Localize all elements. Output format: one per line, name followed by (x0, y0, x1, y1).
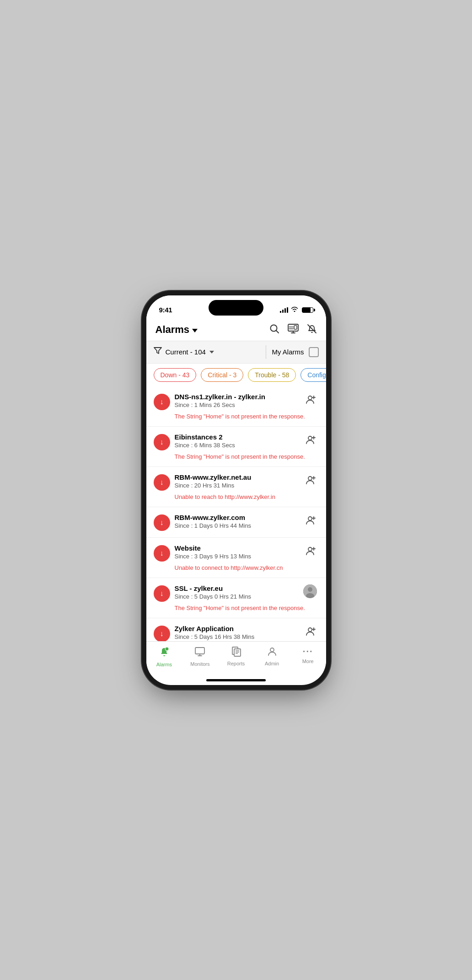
alarm-item[interactable]: ↓ RBM-www.zylker.net.au Since : 20 Hrs 3… (146, 467, 326, 507)
monitors-nav-label: Monitors (190, 661, 209, 667)
assigned-user-avatar[interactable] (303, 584, 317, 598)
alarm-since: Since : 1 Days 0 Hrs 44 Mins (175, 522, 299, 529)
alarm-since: Since : 3 Days 9 Hrs 13 Mins (175, 553, 299, 560)
tags-bar: Down - 43 Critical - 3 Trouble - 58 Conf… (146, 364, 326, 386)
alarm-name: RBM-www.zylker.com (175, 514, 299, 521)
down-indicator-icon: ↓ (154, 434, 170, 450)
signal-bars-icon (280, 307, 288, 313)
alarm-item[interactable]: ↓ RBM-www.zylker.com Since : 1 Days 0 Hr… (146, 507, 326, 538)
more-nav-label: More (302, 659, 314, 664)
svg-point-27 (308, 628, 312, 632)
app-header: Alarms (146, 318, 326, 341)
svg-rect-31 (195, 648, 204, 654)
alarm-list: ↓ DNS-ns1.zylker.in - zylker.in Since : … (146, 386, 326, 641)
bottom-nav: Alarms Monitors (146, 641, 326, 679)
app-content: Alarms (146, 318, 326, 685)
status-time: 9:41 (159, 306, 172, 314)
assign-button[interactable] (303, 433, 317, 447)
alarm-item[interactable]: ↓ SSL - zylker.eu Since : 5 Days 0 Hrs 2… (146, 578, 326, 618)
alarm-message: The String "Home" is not present in the … (175, 605, 317, 611)
admin-nav-icon (267, 646, 278, 659)
nav-item-alarms[interactable]: Alarms (146, 646, 182, 667)
alarm-message: The String "Home" is not present in the … (175, 413, 317, 420)
alarm-item[interactable]: ↓ Eibinstances 2 Since : 6 Mins 38 Secs (146, 427, 326, 467)
app-title: Alarms (156, 324, 190, 336)
svg-point-30 (165, 647, 169, 651)
alarm-since: Since : 6 Mins 38 Secs (175, 442, 299, 449)
alarm-name: DNS-ns1.zylker.in - zylker.in (175, 393, 299, 401)
alarm-name: SSL - zylker.eu (175, 584, 299, 592)
alarms-nav-label: Alarms (156, 662, 172, 667)
alarm-name: Website (175, 544, 299, 552)
header-title-group[interactable]: Alarms (156, 324, 198, 336)
filter-chevron-icon (209, 351, 214, 353)
alarm-since: Since : 5 Days 0 Hrs 21 Mins (175, 593, 299, 600)
wifi-icon (291, 306, 298, 313)
svg-point-18 (308, 517, 312, 520)
battery-icon (302, 307, 313, 313)
svg-point-21 (308, 547, 312, 551)
down-indicator-icon: ↓ (154, 474, 170, 491)
home-indicator (206, 679, 266, 681)
svg-point-12 (308, 436, 312, 440)
status-bar: 9:41 (146, 295, 326, 318)
alarm-item[interactable]: ↓ DNS-ns1.zylker.in - zylker.in Since : … (146, 386, 326, 427)
nav-item-monitors[interactable]: Monitors (182, 646, 218, 667)
assign-button[interactable] (303, 393, 317, 407)
svg-rect-5 (294, 326, 297, 329)
alarm-since: Since : 5 Days 16 Hrs 38 Mins (175, 633, 299, 640)
assign-button[interactable] (303, 625, 317, 638)
svg-point-25 (308, 587, 312, 592)
svg-point-15 (308, 477, 312, 480)
nav-item-admin[interactable]: Admin (254, 646, 290, 666)
avatar (303, 584, 317, 598)
alarm-message: Unable to reach to http://www.zylker.in (175, 493, 317, 500)
tag-trouble[interactable]: Trouble - 58 (248, 368, 296, 382)
assign-button[interactable] (303, 473, 317, 487)
down-indicator-icon: ↓ (154, 626, 170, 641)
more-nav-icon: ··· (303, 646, 313, 657)
alarm-since: Since : 20 Hrs 31 Mins (175, 482, 299, 489)
monitor-switch-icon[interactable] (288, 324, 299, 336)
assign-button[interactable] (303, 514, 317, 527)
down-indicator-icon: ↓ (154, 545, 170, 562)
alarm-name: Eibinstances 2 (175, 433, 299, 441)
header-actions (269, 324, 317, 336)
alarm-message: Unable to connect to http://www.zylker.c… (175, 564, 317, 571)
status-icons (280, 306, 313, 313)
dynamic-island (209, 300, 263, 316)
filter-right: My Alarms (272, 347, 318, 357)
alarm-name: Zylker Application (175, 625, 299, 632)
svg-point-9 (308, 396, 312, 400)
bell-mute-icon[interactable] (307, 324, 317, 336)
tag-critical[interactable]: Critical - 3 (201, 368, 243, 382)
reports-nav-label: Reports (227, 661, 245, 666)
alarm-item[interactable]: ↓ Website Since : 3 Days 9 Hrs 13 Mins (146, 538, 326, 578)
filter-bar: Current - 104 My Alarms (146, 341, 326, 364)
tag-config[interactable]: Config Error (300, 368, 326, 382)
monitors-nav-icon (194, 646, 205, 659)
reports-nav-icon (231, 646, 241, 659)
nav-item-reports[interactable]: Reports (218, 646, 254, 666)
alarms-nav-icon (159, 646, 170, 660)
phone-frame: 9:41 Alarms (146, 295, 326, 685)
assign-button[interactable] (303, 544, 317, 558)
my-alarms-label: My Alarms (272, 348, 304, 356)
alarm-message: The String "Home" is not present in the … (175, 453, 317, 460)
filter-divider (266, 345, 266, 359)
search-icon[interactable] (269, 324, 279, 336)
svg-point-39 (270, 648, 274, 652)
alarm-name: RBM-www.zylker.net.au (175, 473, 299, 481)
filter-label: Current - 104 (166, 348, 206, 356)
svg-rect-35 (234, 649, 241, 656)
filter-left[interactable]: Current - 104 (154, 347, 261, 357)
down-indicator-icon: ↓ (154, 394, 170, 410)
alarm-item[interactable]: ↓ Zylker Application Since : 5 Days 16 H… (146, 618, 326, 641)
down-indicator-icon: ↓ (154, 585, 170, 602)
nav-item-more[interactable]: ··· More (290, 646, 326, 664)
my-alarms-checkbox[interactable] (309, 347, 319, 357)
svg-line-1 (276, 330, 279, 333)
alarm-since: Since : 1 Mins 26 Secs (175, 402, 299, 408)
filter-funnel-icon (154, 347, 162, 357)
tag-down[interactable]: Down - 43 (154, 368, 197, 382)
